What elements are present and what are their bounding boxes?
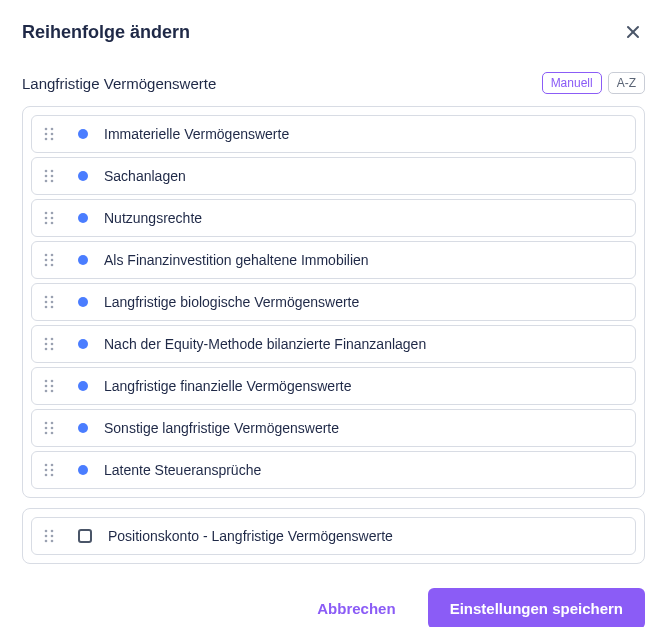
- svg-point-35: [51, 343, 54, 346]
- section-header: Langfristige Vermögenswerte Manuell A-Z: [22, 72, 645, 94]
- item-label: Langfristige biologische Vermögenswerte: [104, 294, 359, 310]
- svg-point-48: [45, 432, 48, 435]
- item-indicator-icon: [78, 213, 88, 223]
- svg-point-50: [45, 464, 48, 467]
- svg-point-23: [51, 259, 54, 262]
- svg-point-4: [45, 133, 48, 136]
- item-indicator-icon: [78, 297, 88, 307]
- svg-point-45: [51, 422, 54, 425]
- svg-point-40: [45, 385, 48, 388]
- drag-handle-icon[interactable]: [42, 169, 56, 183]
- item-indicator-icon: [78, 129, 88, 139]
- svg-point-11: [51, 175, 54, 178]
- svg-point-29: [51, 301, 54, 304]
- list-item[interactable]: Als Finanzinvestition gehaltene Immobili…: [31, 241, 636, 279]
- item-indicator-icon: [78, 255, 88, 265]
- svg-point-32: [45, 338, 48, 341]
- drag-handle-icon[interactable]: [42, 295, 56, 309]
- drag-handle-icon[interactable]: [42, 127, 56, 141]
- sort-az-button[interactable]: A-Z: [608, 72, 645, 94]
- svg-point-52: [45, 469, 48, 472]
- item-indicator-icon: [78, 423, 88, 433]
- drag-handle-icon[interactable]: [42, 379, 56, 393]
- svg-point-9: [51, 170, 54, 173]
- svg-point-49: [51, 432, 54, 435]
- svg-point-13: [51, 180, 54, 183]
- item-label: Latente Steueransprüche: [104, 462, 261, 478]
- item-indicator-icon: [78, 171, 88, 181]
- svg-point-37: [51, 348, 54, 351]
- svg-point-6: [45, 138, 48, 141]
- svg-point-41: [51, 385, 54, 388]
- svg-point-8: [45, 170, 48, 173]
- list-item[interactable]: Langfristige biologische Vermögenswerte: [31, 283, 636, 321]
- svg-point-7: [51, 138, 54, 141]
- svg-point-2: [45, 128, 48, 131]
- item-label: Nutzungsrechte: [104, 210, 202, 226]
- position-list: Positionskonto - Langfristige Vermögensw…: [22, 508, 645, 564]
- item-label: Positionskonto - Langfristige Vermögensw…: [108, 528, 393, 544]
- svg-point-14: [45, 212, 48, 215]
- section-label: Langfristige Vermögenswerte: [22, 75, 216, 92]
- sort-manual-button[interactable]: Manuell: [542, 72, 602, 94]
- svg-point-58: [45, 535, 48, 538]
- list-item[interactable]: Nutzungsrechte: [31, 199, 636, 237]
- list-item[interactable]: Latente Steueransprüche: [31, 451, 636, 489]
- list-item[interactable]: Nach der Equity-Methode bilanzierte Fina…: [31, 325, 636, 363]
- drag-handle-icon[interactable]: [42, 421, 56, 435]
- drag-handle-icon[interactable]: [42, 253, 56, 267]
- list-item[interactable]: Sachanlagen: [31, 157, 636, 195]
- svg-point-42: [45, 390, 48, 393]
- svg-point-15: [51, 212, 54, 215]
- svg-point-5: [51, 133, 54, 136]
- svg-point-10: [45, 175, 48, 178]
- svg-point-26: [45, 296, 48, 299]
- svg-point-53: [51, 469, 54, 472]
- svg-point-17: [51, 217, 54, 220]
- items-list: Immaterielle Vermögenswerte Sachanlagen …: [22, 106, 645, 498]
- dialog-footer: Abbrechen Einstellungen speichern: [22, 588, 645, 627]
- drag-handle-icon[interactable]: [42, 463, 56, 477]
- svg-point-55: [51, 474, 54, 477]
- svg-point-28: [45, 301, 48, 304]
- svg-point-57: [51, 530, 54, 533]
- svg-point-39: [51, 380, 54, 383]
- cancel-button[interactable]: Abbrechen: [295, 588, 417, 627]
- svg-point-61: [51, 540, 54, 543]
- item-label: Als Finanzinvestition gehaltene Immobili…: [104, 252, 369, 268]
- svg-point-31: [51, 306, 54, 309]
- svg-point-25: [51, 264, 54, 267]
- item-label: Immaterielle Vermögenswerte: [104, 126, 289, 142]
- sort-toggle: Manuell A-Z: [542, 72, 645, 94]
- svg-point-20: [45, 254, 48, 257]
- svg-point-38: [45, 380, 48, 383]
- list-item[interactable]: Langfristige finanzielle Vermögenswerte: [31, 367, 636, 405]
- svg-point-51: [51, 464, 54, 467]
- svg-point-46: [45, 427, 48, 430]
- svg-point-36: [45, 348, 48, 351]
- drag-handle-icon[interactable]: [42, 211, 56, 225]
- item-label: Sonstige langfristige Vermögenswerte: [104, 420, 339, 436]
- svg-point-16: [45, 217, 48, 220]
- dialog-header: Reihenfolge ändern: [22, 20, 645, 44]
- svg-point-54: [45, 474, 48, 477]
- list-item[interactable]: Sonstige langfristige Vermögenswerte: [31, 409, 636, 447]
- drag-handle-icon[interactable]: [42, 337, 56, 351]
- close-button[interactable]: [621, 20, 645, 44]
- svg-point-59: [51, 535, 54, 538]
- list-item[interactable]: Immaterielle Vermögenswerte: [31, 115, 636, 153]
- close-icon: [625, 24, 641, 40]
- drag-handle-icon[interactable]: [42, 529, 56, 543]
- svg-point-21: [51, 254, 54, 257]
- item-indicator-icon: [78, 339, 88, 349]
- svg-point-33: [51, 338, 54, 341]
- svg-point-3: [51, 128, 54, 131]
- item-label: Langfristige finanzielle Vermögenswerte: [104, 378, 351, 394]
- svg-point-43: [51, 390, 54, 393]
- item-label: Sachanlagen: [104, 168, 186, 184]
- list-item[interactable]: Positionskonto - Langfristige Vermögensw…: [31, 517, 636, 555]
- save-button[interactable]: Einstellungen speichern: [428, 588, 645, 627]
- svg-point-60: [45, 540, 48, 543]
- svg-point-24: [45, 264, 48, 267]
- svg-point-56: [45, 530, 48, 533]
